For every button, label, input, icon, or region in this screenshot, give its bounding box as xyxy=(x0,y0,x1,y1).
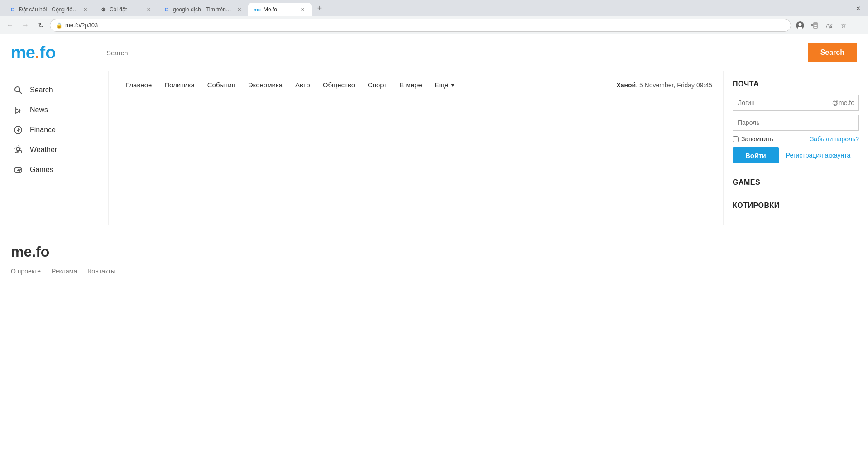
footer-link-[interactable]: Контакты xyxy=(88,268,115,275)
news-icon xyxy=(13,105,24,115)
svg-text:文: 文 xyxy=(829,24,833,29)
sidebar-item-search[interactable]: Search xyxy=(9,80,99,100)
tab-favicon: G xyxy=(9,6,16,13)
sidebar-item-games[interactable]: Games xyxy=(9,160,99,180)
svg-point-2 xyxy=(798,27,803,29)
tab-title: Me.fo xyxy=(264,6,296,13)
tab-close-icon[interactable]: ✕ xyxy=(299,6,306,13)
login-button[interactable]: Войти xyxy=(733,147,779,163)
finance-icon xyxy=(13,124,24,135)
page-wrapper: me.fo Search Search News Finance Weather… xyxy=(0,34,868,464)
search-bar: Search xyxy=(100,43,857,62)
games-icon xyxy=(13,164,24,175)
sidebar-item-label: News xyxy=(30,106,48,114)
close-button[interactable]: ✕ xyxy=(852,2,864,14)
site-footer: me.fo О проектеРекламаКонтакты xyxy=(0,225,868,286)
browser-tab-tab2[interactable]: ⚙ Cài đặt ✕ xyxy=(94,3,158,16)
logo-fo: fo xyxy=(39,43,56,62)
forgot-password-link[interactable]: Забыли пароль? xyxy=(810,135,859,143)
svg-marker-12 xyxy=(16,107,20,113)
svg-line-20 xyxy=(16,147,16,147)
sidebar-item-label: Weather xyxy=(30,146,57,154)
footer-links: О проектеРекламаКонтакты xyxy=(11,268,857,275)
browser-tab-tab4[interactable]: me Me.fo ✕ xyxy=(248,3,312,16)
top-nav: ГлавноеПолитикаСобытияЭкономикаАвтоОбщес… xyxy=(120,71,712,97)
logo-me: me xyxy=(11,43,35,62)
bookmark-button[interactable]: ☆ xyxy=(837,19,850,32)
menu-button[interactable]: ⋮ xyxy=(852,19,864,32)
sidebar-item-news[interactable]: News xyxy=(9,100,99,120)
tab-favicon: ⚙ xyxy=(100,6,107,13)
section-divider-quotes xyxy=(733,194,859,194)
footer-link-[interactable]: Реклама xyxy=(52,268,77,275)
tab-close-icon[interactable]: ✕ xyxy=(82,6,89,13)
chevron-down-icon: ▼ xyxy=(451,82,456,88)
nav-item-[interactable]: Спорт xyxy=(361,78,393,91)
quotes-section-title: КОТИРОВКИ xyxy=(733,201,859,210)
sidebar: Search News Finance Weather Games xyxy=(0,71,109,225)
remember-checkbox[interactable] xyxy=(733,136,739,142)
remember-label: Запомнить xyxy=(733,135,773,143)
translate-button[interactable]: A文 xyxy=(823,19,835,32)
svg-rect-3 xyxy=(811,24,813,26)
browser-tab-tab1[interactable]: G Đặt câu hỏi - Cộng đồng Google ✕ xyxy=(4,3,94,16)
footer-link-[interactable]: О проекте xyxy=(11,268,41,275)
svg-rect-6 xyxy=(814,25,817,26)
nav-item-[interactable]: Главное xyxy=(120,78,158,91)
form-actions: Войти Регистрация аккаунта xyxy=(733,147,859,163)
address-bar[interactable]: 🔒 me.fo/?p303 xyxy=(50,19,791,32)
site-logo[interactable]: me.fo xyxy=(11,43,92,62)
browser-tab-tab3[interactable]: G google dịch - Tìm trên Google ✕ xyxy=(158,3,248,16)
games-section-title: GAMES xyxy=(733,178,859,187)
nav-item-[interactable]: Ещё▼ xyxy=(428,78,462,91)
extension-button[interactable] xyxy=(808,19,821,32)
nav-item-[interactable]: Экономика xyxy=(242,78,289,91)
back-button[interactable]: ← xyxy=(4,19,16,32)
tab-title: google dịch - Tìm trên Google xyxy=(173,6,233,13)
sidebar-item-label: Search xyxy=(30,86,53,94)
tab-title: Cài đặt xyxy=(110,6,142,13)
site-header: me.fo Search xyxy=(0,34,868,71)
minimize-button[interactable]: — xyxy=(823,2,835,14)
forward-button[interactable]: → xyxy=(19,19,32,32)
profile-button[interactable] xyxy=(794,19,806,32)
datetime-info: Ханой, 5 November, Friday 09:45 xyxy=(616,81,712,89)
nav-item-[interactable]: Общество xyxy=(317,78,361,91)
search-input[interactable] xyxy=(100,43,808,62)
footer-logo: me.fo xyxy=(11,244,857,260)
password-input[interactable] xyxy=(733,115,859,131)
svg-point-1 xyxy=(799,23,802,26)
nav-item-[interactable]: Политика xyxy=(158,78,201,91)
register-link[interactable]: Регистрация аккаунта xyxy=(786,152,850,159)
lock-icon: 🔒 xyxy=(56,22,62,29)
sidebar-item-weather[interactable]: Weather xyxy=(9,140,99,160)
tab-favicon: G xyxy=(163,6,170,13)
sidebar-item-finance[interactable]: Finance xyxy=(9,120,99,140)
search-icon xyxy=(13,85,24,96)
tab-favicon: me xyxy=(254,6,261,13)
login-field-wrap: @me.fo xyxy=(733,95,859,111)
nav-item-[interactable]: В мире xyxy=(393,78,428,91)
sidebar-item-label: Games xyxy=(30,166,53,174)
browser-chrome: G Đặt câu hỏi - Cộng đồng Google ✕ ⚙ Cài… xyxy=(0,0,868,34)
weather-icon xyxy=(13,144,24,155)
form-remember-row: Запомнить Забыли пароль? xyxy=(733,135,859,143)
reload-button[interactable]: ↻ xyxy=(34,19,47,32)
sidebar-item-label: Finance xyxy=(30,126,56,134)
browser-actions: A文 ☆ ⋮ xyxy=(794,19,864,32)
maximize-button[interactable]: □ xyxy=(837,2,850,14)
tab-close-icon[interactable]: ✕ xyxy=(235,6,243,13)
nav-item-[interactable]: События xyxy=(201,78,242,91)
search-button[interactable]: Search xyxy=(808,43,857,62)
svg-rect-5 xyxy=(814,24,817,24)
content-area: ГлавноеПолитикаСобытияЭкономикаАвтоОбщес… xyxy=(109,71,723,225)
tab-title: Đặt câu hỏi - Cộng đồng Google xyxy=(19,6,79,13)
login-domain: @me.fo xyxy=(832,99,854,106)
browser-toolbar: ← → ↻ 🔒 me.fo/?p303 A文 ☆ ⋮ xyxy=(0,16,868,34)
nav-item-[interactable]: Авто xyxy=(289,78,317,91)
svg-point-10 xyxy=(15,87,20,92)
logo-dot: . xyxy=(35,43,40,62)
new-tab-button[interactable]: + xyxy=(313,2,326,14)
url-text: me.fo/?p303 xyxy=(65,22,98,29)
tab-close-icon[interactable]: ✕ xyxy=(145,6,152,13)
